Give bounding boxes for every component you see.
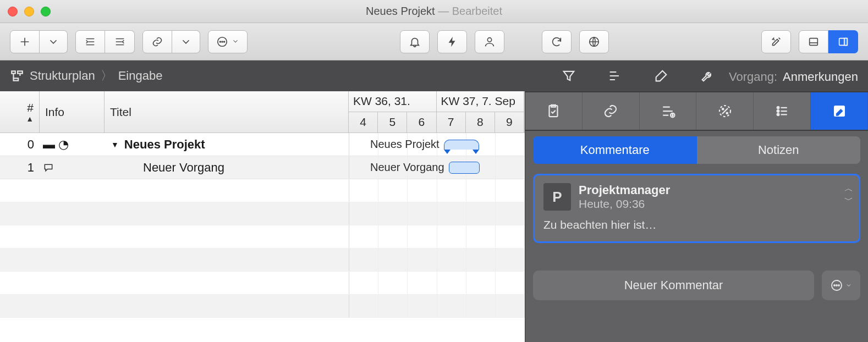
wrench-icon[interactable] <box>700 68 715 84</box>
row-title[interactable]: Neuer Vorgang <box>105 161 349 175</box>
network-icon <box>588 36 600 48</box>
style-icon[interactable] <box>653 68 669 84</box>
subtab-notes[interactable]: Notizen <box>697 136 861 164</box>
share-button[interactable] <box>579 30 609 53</box>
comment-icon <box>43 162 54 173</box>
svg-rect-6 <box>810 38 818 45</box>
window-zoom-button[interactable] <box>41 7 51 16</box>
svg-rect-8 <box>844 38 847 45</box>
add-dropdown-button[interactable] <box>40 30 68 53</box>
svg-point-16 <box>726 113 728 114</box>
panel-bottom-button[interactable] <box>799 30 828 53</box>
chevron-down-icon <box>845 282 852 289</box>
row-number: 0 <box>0 137 40 152</box>
outdent-icon <box>114 36 126 48</box>
bolt-icon <box>446 36 458 48</box>
plus-icon <box>19 36 31 48</box>
svg-rect-10 <box>18 71 23 73</box>
breadcrumb-current[interactable]: Eingabe <box>118 69 163 83</box>
link-icon <box>151 36 163 48</box>
svg-point-3 <box>224 41 225 42</box>
timeline-header[interactable]: KW 36, 31. KW 37, 7. Sep 4 5 6 7 8 9 <box>349 91 525 133</box>
sort-handle-icon[interactable]: ︿﹀ <box>844 183 851 206</box>
resources-button[interactable] <box>475 30 504 53</box>
panel-right-button[interactable] <box>828 30 858 53</box>
disclosure-triangle-icon[interactable]: ▼ <box>111 140 119 149</box>
inspector-section[interactable]: Anmerkungen <box>783 70 858 84</box>
row-title[interactable]: ▼ Neues Projekt <box>105 137 349 152</box>
person-icon <box>484 36 496 48</box>
panel-right-icon <box>837 36 849 48</box>
row-number: 1 <box>0 161 40 175</box>
toolbar <box>0 23 868 60</box>
gantt-label: Neuer Vorgang <box>370 161 444 174</box>
column-info[interactable]: Info <box>40 91 105 133</box>
row-info: ▬ ◔ <box>40 137 105 152</box>
inspector-tab-links[interactable] <box>583 92 640 130</box>
window-minimize-button[interactable] <box>24 7 34 16</box>
link-button[interactable] <box>142 30 172 53</box>
gantt-cell: Neues Projekt <box>349 133 525 156</box>
svg-point-23 <box>836 285 837 286</box>
day-label: 5 <box>378 112 407 133</box>
table-body: 0 ▬ ◔ ▼ Neues Projekt Neues Projekt 1 <box>0 133 525 342</box>
titlebar: Neues Projekt — Bearbeitet <box>0 0 868 23</box>
column-number[interactable]: # ▲ <box>0 91 40 133</box>
inspector-tab-checklist[interactable] <box>525 92 583 130</box>
day-label: 9 <box>495 112 524 133</box>
notifications-button[interactable] <box>400 30 430 53</box>
subtab-comments[interactable]: Kommentare <box>533 136 697 164</box>
inspector-label: Vorgang: <box>729 70 777 84</box>
add-button[interactable] <box>10 30 40 53</box>
link-dropdown-button[interactable] <box>172 30 200 53</box>
svg-point-15 <box>722 108 724 110</box>
clipboard-check-icon <box>545 103 562 119</box>
day-label: 7 <box>437 112 466 133</box>
sync-button[interactable] <box>542 30 572 53</box>
filter-icon[interactable] <box>561 68 576 84</box>
svg-point-4 <box>487 37 491 41</box>
breadcrumb[interactable]: Strukturplan 〉 Eingabe <box>10 68 162 84</box>
gantt-task-bar[interactable] <box>449 162 480 174</box>
sync-icon <box>551 36 563 48</box>
comment-body: Zu beachten hier ist… <box>543 218 850 231</box>
table-row[interactable]: 0 ▬ ◔ ▼ Neues Projekt Neues Projekt <box>0 133 525 156</box>
window-title: Neues Projekt — Bearbeitet <box>0 5 868 18</box>
inspector-tab-progress[interactable] <box>696 92 754 130</box>
empty-row <box>0 272 525 295</box>
column-title[interactable]: Titel <box>105 91 349 133</box>
inspector-tab-finance[interactable] <box>640 92 697 130</box>
svg-point-18 <box>777 110 779 112</box>
new-comment-button[interactable]: Neuer Kommentar <box>533 271 814 300</box>
conflicts-button[interactable] <box>437 30 467 53</box>
gantt-label: Neues Projekt <box>370 138 440 151</box>
gantt-settings-icon[interactable] <box>607 68 623 84</box>
svg-point-24 <box>838 285 839 286</box>
tools-button[interactable] <box>761 30 791 53</box>
inspector-tab-notes[interactable] <box>811 92 868 130</box>
inspector-tab-list[interactable] <box>754 92 811 130</box>
table-header: # ▲ Info Titel KW 36, 31. KW 37, 7. Sep … <box>0 91 525 133</box>
gantt-cell: Neuer Vorgang <box>349 156 525 179</box>
window-status: Bearbeitet <box>452 5 502 17</box>
tools-icon <box>770 36 782 48</box>
indent-button[interactable] <box>75 30 105 53</box>
outdent-button[interactable] <box>105 30 135 53</box>
traffic-lights <box>8 7 51 16</box>
clock-icon: ◔ <box>58 137 69 152</box>
svg-rect-11 <box>14 78 19 80</box>
day-label: 6 <box>407 112 436 133</box>
outline-pane: # ▲ Info Titel KW 36, 31. KW 37, 7. Sep … <box>0 91 525 342</box>
breadcrumb-root[interactable]: Strukturplan <box>30 69 95 83</box>
structure-icon <box>10 69 24 83</box>
comment-more-button[interactable] <box>822 271 860 300</box>
gantt-summary-bar[interactable] <box>444 140 479 150</box>
day-label: 4 <box>349 112 378 133</box>
ellipsis-circle-icon <box>216 36 228 48</box>
bell-icon <box>409 36 421 48</box>
window-close-button[interactable] <box>8 7 18 16</box>
comment-author: Projektmanager <box>579 183 670 197</box>
comment-card[interactable]: ︿﹀ P Projektmanager Heute, 09:36 Zu beac… <box>533 174 860 243</box>
table-row[interactable]: 1 Neuer Vorgang Neuer Vorgang <box>0 156 525 179</box>
action-menu-button[interactable] <box>208 30 248 53</box>
